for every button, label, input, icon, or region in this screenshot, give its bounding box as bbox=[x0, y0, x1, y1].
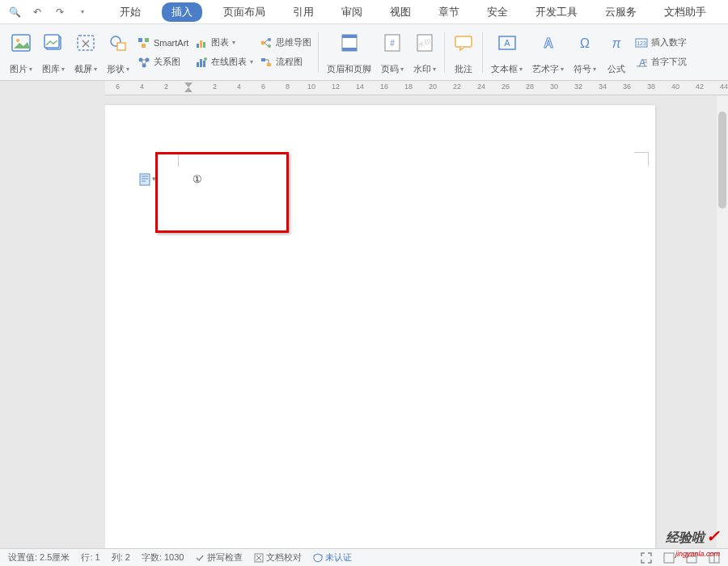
dropcap-button[interactable]: A首字下沉 bbox=[635, 53, 687, 71]
svg-rect-18 bbox=[203, 61, 205, 67]
symbol-label: 符号▾ bbox=[574, 63, 596, 75]
online-chart-button[interactable]: 在线图表▾ bbox=[195, 53, 253, 71]
undo-icon[interactable]: ↶ bbox=[29, 4, 45, 20]
equation-button[interactable]: π 公式 bbox=[601, 27, 632, 77]
svg-text:123: 123 bbox=[637, 40, 647, 46]
svg-rect-24 bbox=[267, 63, 271, 66]
tab-view[interactable]: 视图 bbox=[383, 2, 417, 22]
horizontal-ruler[interactable]: 6 4 2 2 4 6 8 10 12 14 16 18 20 22 24 26… bbox=[105, 81, 728, 95]
screenshot-label: 截屏▾ bbox=[74, 63, 97, 75]
svg-rect-15 bbox=[203, 42, 205, 48]
view-mode-1-icon[interactable] bbox=[663, 552, 675, 564]
wordart-icon: A bbox=[538, 32, 559, 53]
relation-icon bbox=[138, 57, 150, 68]
screenshot-button[interactable]: 截屏▾ bbox=[70, 27, 102, 77]
status-proofread[interactable]: 文档校对 bbox=[254, 551, 302, 564]
textbox-button[interactable]: A 文本框▾ bbox=[486, 27, 527, 77]
redo-icon[interactable]: ↷ bbox=[52, 4, 68, 20]
svg-rect-17 bbox=[200, 59, 202, 67]
page-number-icon: # bbox=[382, 32, 403, 53]
highlight-box bbox=[155, 152, 289, 233]
shield-icon bbox=[313, 553, 323, 563]
textbox-icon: A bbox=[497, 32, 518, 53]
gallery-label: 图库▾ bbox=[42, 63, 65, 75]
chart-icon bbox=[195, 37, 208, 49]
tab-start[interactable]: 开始 bbox=[113, 2, 147, 22]
svg-rect-6 bbox=[117, 43, 125, 50]
watermark-button[interactable]: 水印 水印▾ bbox=[408, 27, 441, 77]
header-footer-label: 页眉和页脚 bbox=[327, 63, 371, 75]
picture-label: 图片▾ bbox=[10, 63, 32, 75]
svg-rect-8 bbox=[145, 38, 149, 42]
page-number-label: 页码▾ bbox=[381, 63, 404, 75]
tab-security[interactable]: 安全 bbox=[480, 2, 514, 22]
shapes-label: 形状▾ bbox=[107, 63, 129, 75]
tab-section[interactable]: 章节 bbox=[432, 2, 466, 22]
scrollbar-thumb[interactable] bbox=[718, 112, 726, 209]
svg-rect-44 bbox=[140, 174, 150, 185]
vertical-scrollbar[interactable] bbox=[717, 95, 728, 548]
mindmap-button[interactable]: 思维导图 bbox=[260, 34, 311, 52]
proofread-icon bbox=[254, 553, 264, 563]
svg-text:Ω: Ω bbox=[580, 36, 590, 50]
equation-label: 公式 bbox=[607, 63, 625, 75]
tab-cloud[interactable]: 云服务 bbox=[599, 2, 643, 22]
svg-point-20 bbox=[261, 40, 265, 44]
gallery-button[interactable]: 图库▾ bbox=[37, 27, 70, 77]
smartart-button[interactable]: SmartArt bbox=[138, 34, 188, 52]
title-bar: 🔍 ↶ ↷ ▾ 开始 插入 页面布局 引用 审阅 视图 章节 安全 开发工具 云… bbox=[0, 0, 728, 24]
relation-button[interactable]: 关系图 bbox=[138, 53, 188, 71]
status-col[interactable]: 列: 2 bbox=[112, 551, 130, 564]
spellcheck-icon bbox=[195, 553, 205, 563]
document-page[interactable]: ▾ ① bbox=[105, 105, 655, 548]
status-bar: 设置值: 2.5厘米 行: 1 列: 2 字数: 1030 拼写检查 文档校对 … bbox=[0, 548, 728, 566]
qat-more-icon[interactable]: ▾ bbox=[74, 4, 91, 20]
mindmap-icon bbox=[260, 37, 273, 49]
watermark-icon: 水印 bbox=[414, 32, 435, 53]
watermark-label: 水印▾ bbox=[413, 63, 436, 75]
flowchart-button[interactable]: 流程图 bbox=[260, 53, 311, 71]
fullscreen-icon[interactable] bbox=[641, 552, 652, 564]
svg-text:A: A bbox=[544, 36, 553, 50]
indent-marker-icon[interactable] bbox=[184, 81, 193, 94]
comment-button[interactable]: 批注 bbox=[448, 27, 479, 77]
status-unverified[interactable]: 未认证 bbox=[313, 551, 352, 564]
symbol-icon: Ω bbox=[574, 32, 595, 53]
svg-rect-49 bbox=[664, 553, 674, 563]
tab-insert[interactable]: 插入 bbox=[162, 2, 202, 22]
tab-bar: 开始 插入 页面布局 引用 审阅 视图 章节 安全 开发工具 云服务 文档助手 bbox=[97, 2, 713, 22]
status-setvalue[interactable]: 设置值: 2.5厘米 bbox=[8, 551, 70, 564]
watermark-url: jingyanla.com bbox=[675, 550, 720, 558]
svg-rect-13 bbox=[197, 44, 199, 48]
status-wordcount[interactable]: 字数: 1030 bbox=[142, 551, 184, 564]
search-icon[interactable]: 🔍 bbox=[6, 4, 23, 20]
svg-rect-16 bbox=[197, 62, 199, 67]
insert-number-button[interactable]: 123插入数字 bbox=[635, 34, 687, 52]
watermark-logo: 经验啦 ✓ bbox=[666, 526, 720, 547]
shapes-icon bbox=[108, 32, 129, 53]
status-line[interactable]: 行: 1 bbox=[81, 551, 99, 564]
shapes-button[interactable]: 形状▾ bbox=[102, 27, 134, 77]
page-number-button[interactable]: # 页码▾ bbox=[376, 27, 408, 77]
flowchart-icon bbox=[260, 57, 273, 68]
picture-button[interactable]: 图片▾ bbox=[5, 27, 37, 77]
tab-review[interactable]: 审阅 bbox=[335, 2, 369, 22]
chart-button[interactable]: 图表▾ bbox=[195, 34, 253, 52]
paragraph-marker-icon bbox=[139, 173, 150, 186]
dropcap-icon: A bbox=[635, 57, 648, 68]
smartart-icon bbox=[138, 37, 150, 49]
status-spellcheck[interactable]: 拼写检查 bbox=[195, 551, 243, 564]
tab-layout[interactable]: 页面布局 bbox=[217, 2, 272, 22]
textbox-label: 文本框▾ bbox=[491, 63, 523, 75]
symbol-button[interactable]: Ω 符号▾ bbox=[569, 27, 601, 77]
screenshot-icon bbox=[75, 32, 96, 53]
svg-rect-27 bbox=[342, 48, 357, 51]
svg-rect-23 bbox=[261, 58, 265, 61]
tab-devtools[interactable]: 开发工具 bbox=[529, 2, 584, 22]
tab-dochelper[interactable]: 文档助手 bbox=[658, 2, 713, 22]
svg-text:π: π bbox=[612, 36, 621, 50]
wordart-button[interactable]: A 艺术字▾ bbox=[527, 27, 569, 77]
header-footer-button[interactable]: 页眉和页脚 bbox=[322, 27, 376, 77]
tab-references[interactable]: 引用 bbox=[286, 2, 320, 22]
checkmark-icon: ✓ bbox=[706, 526, 720, 546]
